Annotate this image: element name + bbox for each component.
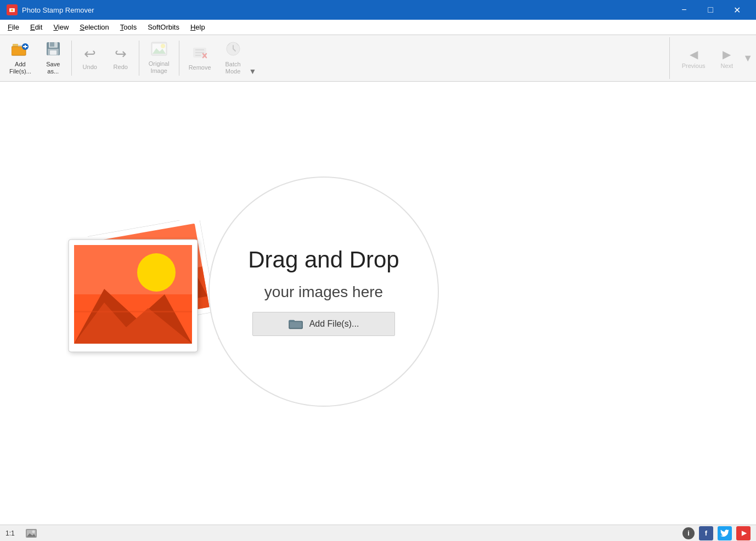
title-bar: Photo Stamp Remover − □ ✕ — [0, 0, 756, 20]
menu-edit[interactable]: Edit — [25, 21, 48, 33]
twitter-icon[interactable] — [718, 526, 732, 540]
next-arrow-icon: ▶ — [723, 48, 731, 61]
menu-view[interactable]: View — [48, 21, 74, 33]
menu-selection[interactable]: Selection — [74, 21, 114, 33]
add-files-label: AddFile(s)... — [9, 61, 31, 75]
circle-drop-overlay: Drag and Drop your images here Add File(… — [208, 176, 439, 407]
original-image-icon — [151, 42, 167, 59]
undo-icon: ↩ — [84, 45, 96, 62]
undo-label: Undo — [83, 64, 97, 71]
app-icon — [7, 4, 18, 15]
redo-icon: ↪ — [115, 45, 127, 62]
toolbar-edit-group: ↩ Undo ↪ Redo — [75, 37, 136, 79]
next-label: Next — [721, 62, 734, 69]
svg-rect-14 — [50, 50, 57, 55]
menu-softorbits[interactable]: SoftOrbits — [142, 21, 185, 33]
previous-arrow-icon: ◀ — [690, 48, 698, 61]
menu-help[interactable]: Help — [185, 21, 211, 33]
image-status-icon — [26, 528, 37, 538]
status-bar: 1:1 i f — [0, 525, 756, 541]
undo-button[interactable]: ↩ Undo — [75, 42, 105, 75]
drag-drop-text: Drag and Drop — [248, 247, 399, 272]
toolbar-image-group: OriginalImage — [143, 37, 176, 79]
add-files-button[interactable]: AddFile(s)... — [3, 37, 37, 79]
batch-mode-button[interactable]: BatchMode — [218, 37, 248, 79]
remove-icon — [192, 45, 207, 63]
svg-rect-4 — [13, 44, 18, 47]
youtube-icon[interactable] — [736, 526, 751, 540]
next-button[interactable]: ▶ Next — [713, 44, 741, 72]
previous-label: Previous — [682, 62, 706, 69]
svg-point-2 — [11, 9, 13, 12]
close-button[interactable]: ✕ — [724, 0, 749, 20]
svg-point-46 — [32, 530, 35, 533]
info-icon[interactable]: i — [682, 527, 695, 539]
toolbar-main-group: AddFile(s)... Saveas... — [3, 37, 68, 79]
original-image-label: OriginalImage — [149, 60, 170, 75]
add-files-drop-button[interactable]: Add File(s)... — [252, 312, 395, 336]
toolbar-tools-group: Remove BatchMode — [183, 37, 248, 79]
menu-tools[interactable]: Tools — [115, 21, 142, 33]
nav-area: ◀ Previous ▶ Next ▼ — [669, 37, 753, 79]
svg-point-18 — [161, 44, 165, 48]
remove-label: Remove — [189, 64, 211, 71]
toolbar-sep-3 — [179, 41, 179, 76]
facebook-icon[interactable]: f — [699, 526, 713, 540]
photo-front — [66, 237, 203, 357]
folder-icon — [289, 318, 304, 330]
original-image-button[interactable]: OriginalImage — [143, 38, 176, 78]
circle-content: Drag and Drop your images here Add File(… — [208, 176, 439, 407]
redo-label: Redo — [114, 64, 128, 71]
photo-stack-illustration — [66, 237, 203, 357]
svg-rect-38 — [74, 311, 192, 312]
previous-button[interactable]: ◀ Previous — [674, 44, 713, 72]
svg-rect-9 — [23, 46, 27, 47]
toolbar: AddFile(s)... Saveas... ↩ Undo ↪ — [0, 35, 756, 82]
minimize-button[interactable]: − — [672, 0, 697, 20]
save-icon — [46, 41, 61, 60]
maximize-button[interactable]: □ — [698, 0, 723, 20]
svg-rect-12 — [50, 42, 54, 47]
window-title: Photo Stamp Remover — [22, 6, 672, 14]
add-files-drop-label: Add File(s)... — [309, 319, 359, 329]
menu-bar: File Edit View Selection Tools SoftOrbit… — [0, 20, 756, 35]
menu-file[interactable]: File — [2, 21, 25, 33]
remove-button[interactable]: Remove — [183, 42, 217, 75]
svg-point-37 — [137, 253, 176, 292]
svg-rect-42 — [290, 322, 302, 328]
drop-zone[interactable]: Drag and Drop your images here Add File(… — [0, 82, 756, 525]
zoom-level: 1:1 — [5, 529, 15, 537]
toolbar-expand-arrow[interactable]: ▼ — [249, 37, 258, 79]
add-files-icon — [12, 41, 29, 60]
batch-mode-label: BatchMode — [225, 61, 241, 75]
status-right-area: i f — [682, 526, 751, 540]
save-as-button[interactable]: Saveas... — [38, 37, 68, 79]
toolbar-sep-2 — [139, 41, 139, 76]
toolbar-sep-1 — [71, 41, 72, 76]
save-as-label: Saveas... — [46, 61, 60, 75]
batch-mode-icon — [225, 41, 241, 60]
drag-drop-sub-text: your images here — [264, 283, 383, 301]
window-controls: − □ ✕ — [672, 0, 749, 20]
main-area: Drag and Drop your images here Add File(… — [0, 82, 756, 525]
redo-button[interactable]: ↪ Redo — [106, 42, 136, 75]
scroll-indicator[interactable]: ▼ — [743, 53, 753, 64]
